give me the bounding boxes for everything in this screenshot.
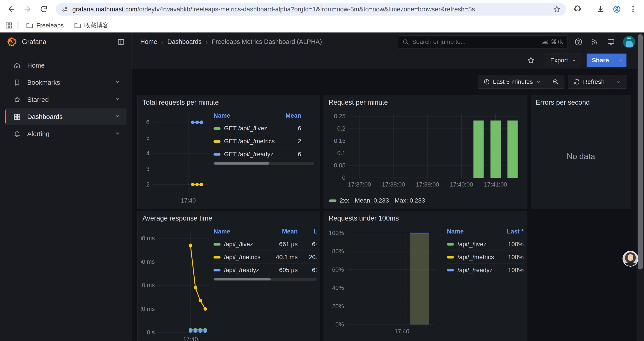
sidebar-item-home[interactable]: Home <box>5 57 126 74</box>
legend-col-last[interactable]: Last * <box>497 226 524 238</box>
grafana-topnav: Grafana Home › Dashboards › Freeleaps Me… <box>0 33 644 51</box>
svg-text:0.15: 0.15 <box>334 138 346 144</box>
series-swatch <box>329 199 336 202</box>
url-bar[interactable]: grafana.mathmast.com/d/deytv4rwavabkb/fr… <box>56 3 566 16</box>
chevron-down-icon <box>536 79 542 85</box>
export-button[interactable]: Export <box>545 54 582 67</box>
svg-text:0.2: 0.2 <box>337 125 346 132</box>
panel-title[interactable]: Errors per second <box>536 99 627 106</box>
breadcrumb-dashboards[interactable]: Dashboards <box>167 38 202 46</box>
share-menu-button[interactable] <box>614 54 626 67</box>
panel-title[interactable]: Total requests per minute <box>142 99 316 106</box>
legend-row[interactable]: /api/_/metrics <box>447 251 497 263</box>
bookmark-folder-freeleaps[interactable]: Freeleaps <box>23 21 66 31</box>
chevron-down-icon[interactable] <box>114 113 121 121</box>
legend-col-mean[interactable]: Mean <box>275 110 301 122</box>
legend-row[interactable]: /api/_/livez <box>447 238 497 251</box>
download-icon[interactable] <box>596 5 606 14</box>
breadcrumb-home[interactable]: Home <box>140 38 157 46</box>
legend-value: 646 µs <box>298 238 316 251</box>
share-button[interactable]: Share <box>586 54 614 67</box>
url-text[interactable]: grafana.mathmast.com/d/deytv4rwavabkb/fr… <box>72 6 549 13</box>
legend-item-2xx[interactable]: 2xx <box>329 197 349 204</box>
legend-row[interactable]: /api/_/readyz <box>214 263 265 276</box>
forward-icon[interactable] <box>23 5 32 14</box>
reload-icon[interactable] <box>39 5 49 14</box>
legend-value: 620 µs <box>298 263 316 276</box>
profile-icon[interactable] <box>612 5 622 14</box>
total-requests-chart[interactable]: 6543217:40 <box>141 108 211 207</box>
chevron-down-icon[interactable] <box>114 96 121 104</box>
panel-title[interactable]: Requests under 100ms <box>328 214 524 222</box>
bookmark-star-icon[interactable] <box>553 5 561 13</box>
chevron-down-icon <box>618 58 624 63</box>
floating-user-avatar[interactable] <box>622 251 638 267</box>
svg-text:60%: 60% <box>332 266 344 273</box>
legend-row[interactable]: /api/_/livez <box>214 238 265 251</box>
dashboards-grid-icon <box>13 113 21 121</box>
legend-col-name[interactable]: Name <box>214 226 265 238</box>
panel-requests-under-100ms[interactable]: Requests under 100ms 100%80%60%40%20%0%1… <box>324 211 528 341</box>
search-input[interactable] <box>412 38 538 46</box>
legend-col-last[interactable]: Last * <box>298 226 316 238</box>
zoom-out-button[interactable] <box>547 75 564 89</box>
refresh-interval-dropdown[interactable] <box>610 75 626 89</box>
sidebar-item-alerting[interactable]: Alerting <box>5 126 126 142</box>
legend-row[interactable]: /api/_/metrics <box>214 251 265 263</box>
svg-text:80%: 80% <box>332 248 344 254</box>
legend-value: 100% <box>497 238 524 251</box>
svg-text:17:40:00: 17:40:00 <box>450 181 473 188</box>
svg-text:0 s: 0 s <box>147 329 155 336</box>
back-icon[interactable] <box>6 5 16 14</box>
page-scrollbar[interactable] <box>636 33 644 341</box>
sidebar-item-dashboards[interactable]: Dashboards <box>5 108 126 125</box>
toolbar-divider <box>540 56 540 65</box>
grafana-logo[interactable] <box>6 36 18 48</box>
chevron-down-icon[interactable] <box>114 79 121 87</box>
help-icon[interactable] <box>574 38 582 46</box>
legend-row[interactable]: GET /api/_/readyz <box>214 148 275 161</box>
legend-row[interactable]: GET /api/_/livez <box>214 122 275 135</box>
dashboard-scroll-area[interactable]: Last 5 minutes Refresh <box>132 69 644 341</box>
series-swatch <box>447 243 454 245</box>
request-per-minute-chart[interactable]: 0.250.20.150.10.05017:37:0017:38:0017:39… <box>327 108 524 195</box>
legend-hscrollbar[interactable] <box>214 278 316 281</box>
svg-text:17:40: 17:40 <box>183 336 198 341</box>
chevron-down-icon[interactable] <box>114 130 121 138</box>
panel-title[interactable]: Request per minute <box>328 99 524 106</box>
bookmark-folder-blogs[interactable]: 收藏博客 <box>71 20 112 31</box>
refresh-button[interactable]: Refresh <box>568 75 610 89</box>
dock-sidebar-toggle-icon[interactable] <box>117 38 125 46</box>
panel-errors-per-second[interactable]: Errors per second No data <box>531 95 631 209</box>
user-avatar[interactable] <box>623 36 635 48</box>
scrollbar-thumb[interactable] <box>638 34 643 269</box>
sidebar-item-label: Home <box>27 62 45 69</box>
apps-grid-icon[interactable] <box>5 22 13 30</box>
site-settings-icon[interactable] <box>61 6 68 13</box>
legend-col-name[interactable]: Name <box>214 110 275 122</box>
panel-request-per-minute[interactable]: Request per minute 0.250.20.150.10.05017… <box>324 95 528 209</box>
sidebar-item-starred[interactable]: Starred <box>5 91 126 108</box>
search-box[interactable]: ⌘+k <box>398 35 568 49</box>
legend-row[interactable]: /api/_/readyz <box>447 263 497 276</box>
legend-value: 20.5 ms <box>298 251 316 263</box>
news-rss-icon[interactable] <box>590 38 599 46</box>
kebab-menu-icon[interactable] <box>628 5 638 14</box>
panel-total-requests[interactable]: Total requests per minute 6543217:40 Nam… <box>138 95 320 209</box>
legend-row[interactable]: GET /api/_/metrics <box>214 135 275 148</box>
avg-response-time-chart[interactable]: 80 ms60 ms40 ms20 ms0 s17:40 <box>141 224 211 341</box>
svg-text:5: 5 <box>146 135 150 141</box>
favorite-star-icon[interactable] <box>526 56 536 65</box>
time-range-picker[interactable]: Last 5 minutes <box>478 75 547 89</box>
extensions-icon[interactable] <box>572 5 582 14</box>
legend-col-mean[interactable]: Mean <box>265 226 298 238</box>
sidebar-item-bookmarks[interactable]: Bookmarks <box>5 74 126 91</box>
panel-title[interactable]: Average response time <box>142 214 316 222</box>
legend-max: Max: 0.233 <box>394 197 425 204</box>
legend-hscrollbar[interactable] <box>214 162 314 165</box>
requests-under-100ms-chart[interactable]: 100%80%60%40%20%0%17:40 <box>327 224 439 338</box>
monitor-icon[interactable] <box>607 38 615 46</box>
legend-col-name[interactable]: Name <box>447 226 497 238</box>
panel-avg-response-time[interactable]: Average response time 80 ms60 ms40 ms20 … <box>138 211 320 341</box>
series-swatch <box>214 256 220 258</box>
